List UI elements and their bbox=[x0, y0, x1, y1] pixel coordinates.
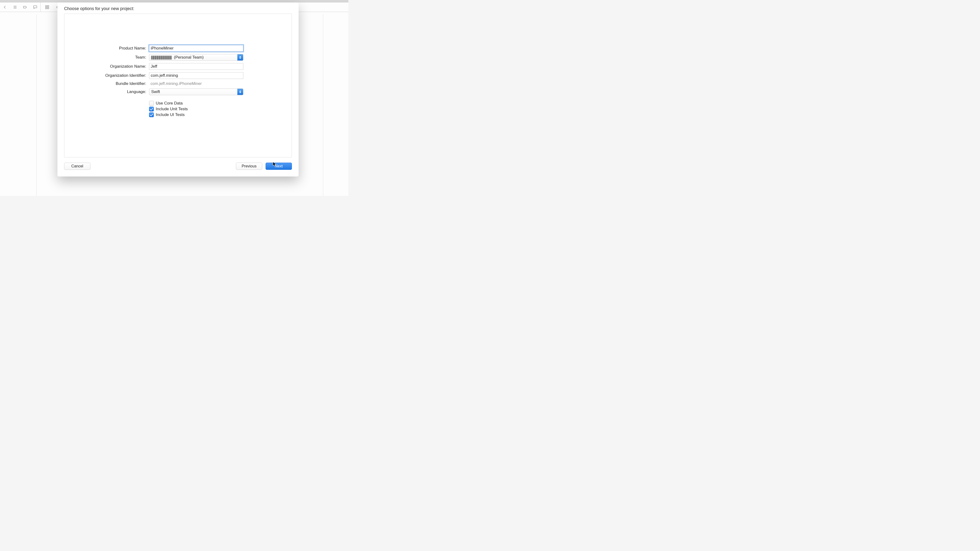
team-label: Team: bbox=[64, 55, 149, 60]
product-name-input[interactable] bbox=[149, 45, 243, 52]
comment-icon[interactable] bbox=[31, 4, 39, 11]
unit-tests-label: Include Unit Tests bbox=[156, 106, 188, 111]
team-popup[interactable]: (Personal Team) bbox=[149, 54, 243, 61]
options-form: Product Name: Team: (Personal Team) Orga… bbox=[64, 14, 292, 157]
previous-button[interactable]: Previous bbox=[236, 163, 262, 170]
language-popup[interactable]: Swift bbox=[149, 89, 243, 95]
new-project-sheet: Choose options for your new project: Pro… bbox=[57, 2, 299, 176]
window-titlebar-fragment bbox=[0, 0, 348, 2]
bundle-id-label: Bundle Identifier: bbox=[64, 81, 149, 86]
svg-rect-5 bbox=[48, 5, 49, 7]
product-name-label: Product Name: bbox=[64, 46, 149, 51]
language-label: Language: bbox=[64, 89, 149, 94]
unit-tests-checkbox[interactable] bbox=[149, 106, 154, 111]
svg-rect-3 bbox=[33, 6, 37, 8]
org-name-input[interactable] bbox=[149, 63, 243, 70]
related-items-icon[interactable] bbox=[43, 4, 51, 11]
team-value: (Personal Team) bbox=[149, 55, 237, 60]
nav-back-icon[interactable] bbox=[1, 4, 9, 11]
ui-tests-checkbox[interactable] bbox=[149, 113, 154, 117]
cancel-button[interactable]: Cancel bbox=[64, 163, 91, 170]
list-icon[interactable] bbox=[11, 4, 19, 11]
chevron-updown-icon bbox=[237, 54, 243, 60]
core-data-label: Use Core Data bbox=[156, 101, 183, 106]
core-data-checkbox[interactable] bbox=[149, 101, 154, 106]
svg-rect-4 bbox=[45, 5, 47, 7]
sheet-title: Choose options for your new project: bbox=[57, 2, 299, 14]
language-value: Swift bbox=[149, 89, 237, 94]
bundle-id-value: com.jeff.mining.iPhoneMiner bbox=[149, 81, 202, 86]
next-button[interactable]: Next bbox=[266, 163, 292, 170]
tag-icon[interactable] bbox=[21, 4, 29, 11]
redacted-name bbox=[151, 56, 172, 60]
ui-tests-label: Include UI Tests bbox=[156, 113, 185, 117]
org-id-input[interactable] bbox=[149, 72, 243, 79]
svg-rect-6 bbox=[45, 7, 47, 9]
button-bar: Cancel Previous Next bbox=[57, 157, 299, 176]
org-id-label: Organization Identifier: bbox=[64, 73, 149, 78]
chevron-updown-icon bbox=[237, 89, 243, 95]
svg-rect-7 bbox=[48, 7, 49, 9]
org-name-label: Organization Name: bbox=[64, 64, 149, 69]
